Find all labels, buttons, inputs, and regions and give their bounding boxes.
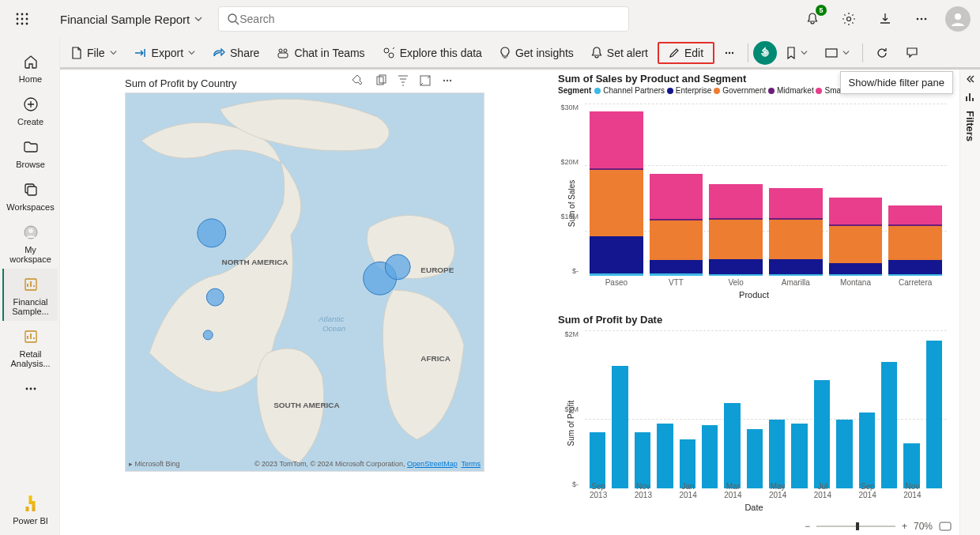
rb-label: Explore this data <box>400 47 482 59</box>
bar[interactable] <box>769 330 785 488</box>
more-button[interactable] <box>909 6 934 32</box>
nav-create[interactable]: Create <box>2 89 58 131</box>
zoom-in[interactable]: + <box>902 521 907 532</box>
legend-item[interactable]: Midmarket <box>768 86 814 95</box>
svg-point-27 <box>284 49 287 52</box>
file-menu[interactable]: File <box>63 43 125 62</box>
settings-button[interactable] <box>836 6 861 32</box>
notifications-button[interactable]: 5 <box>800 6 825 32</box>
bar[interactable] <box>881 330 897 488</box>
fit-page-icon[interactable] <box>939 522 952 531</box>
bar[interactable] <box>859 330 875 488</box>
search-box[interactable] <box>218 6 629 32</box>
pencil-icon <box>669 47 680 58</box>
bookmark-menu[interactable] <box>778 43 816 62</box>
bar[interactable] <box>926 330 942 488</box>
bar[interactable] <box>747 330 763 488</box>
pin-icon[interactable] <box>352 74 365 87</box>
bar[interactable] <box>814 330 830 488</box>
rb-label: Export <box>152 47 183 59</box>
nav-overflow[interactable] <box>2 373 58 405</box>
reset-button[interactable] <box>753 41 777 65</box>
reset-icon <box>759 47 771 59</box>
share-button[interactable]: Share <box>205 43 267 62</box>
svg-text:Ocean: Ocean <box>322 324 346 333</box>
chart1-visual[interactable]: Sum of Sales $30M$20M$10M$- PaseoVTTVelo… <box>558 100 950 298</box>
svg-point-3 <box>17 18 19 21</box>
bar[interactable] <box>650 104 703 276</box>
filter-pane-tooltip: Show/hide filter pane <box>840 71 953 94</box>
bar[interactable] <box>657 330 673 488</box>
nav-powerbi-brand[interactable]: Power BI <box>2 488 58 535</box>
x-axis-labels: Sep 2013Nov 2013Jan 2014Mar 2014May 2014… <box>585 482 947 499</box>
view-menu[interactable] <box>817 45 858 61</box>
filters-pane[interactable]: Filters <box>959 70 980 535</box>
ellipsis-icon <box>914 12 929 26</box>
chart2-visual[interactable]: Sum of Profit $2M$1M$- Sep 2013Nov 2013J… <box>558 327 950 511</box>
svg-point-6 <box>17 23 19 25</box>
legend-item[interactable]: Channel Partners <box>594 86 665 95</box>
bar[interactable] <box>836 330 852 488</box>
svg-rect-18 <box>28 186 36 195</box>
separator <box>862 43 863 62</box>
bar[interactable] <box>702 330 718 488</box>
chevron-left-double-icon[interactable] <box>966 74 975 84</box>
bar[interactable] <box>709 104 763 276</box>
nav-retail-analysis[interactable]: Retail Analysis... <box>2 321 58 373</box>
nav-financial-sample[interactable]: Financial Sample... <box>2 269 58 321</box>
file-icon <box>71 47 82 59</box>
ribbon-more[interactable] <box>716 44 743 62</box>
world-map-svg: NORTH AMERICA SOUTH AMERICA EUROPE AFRIC… <box>126 93 484 471</box>
bar[interactable] <box>590 104 643 276</box>
chart2-title: Sum of Profit by Date <box>558 314 950 326</box>
zoom-out[interactable]: − <box>805 521 810 532</box>
export-menu[interactable]: Export <box>126 43 203 62</box>
svg-point-12 <box>917 18 919 21</box>
nav-label: Retail Analysis... <box>4 349 58 368</box>
edit-button[interactable]: Edit <box>658 42 714 64</box>
rb-label: File <box>87 47 105 59</box>
report-icon <box>23 277 39 292</box>
app-launcher-icon[interactable] <box>9 6 35 32</box>
teams-icon <box>277 47 289 59</box>
ellipsis-icon[interactable] <box>441 74 454 87</box>
chat-teams-button[interactable]: Chat in Teams <box>269 43 372 62</box>
bar[interactable] <box>724 330 740 488</box>
zoom-slider[interactable] <box>816 526 895 527</box>
report-title-dropdown[interactable]: Financial Sample Report <box>38 13 215 26</box>
rb-label: Chat in Teams <box>294 47 364 59</box>
user-avatar[interactable] <box>945 6 971 32</box>
svg-point-30 <box>389 53 394 58</box>
explore-button[interactable]: Explore this data <box>375 43 490 62</box>
x-axis-labels: PaseoVTTVeloAmarillaMontanaCarretera <box>585 278 947 287</box>
nav-workspaces[interactable]: Workspaces <box>2 174 58 217</box>
person-icon <box>949 10 967 28</box>
legend-item[interactable]: Government <box>714 86 766 95</box>
alert-button[interactable]: Set alert <box>583 43 656 62</box>
map-visual[interactable]: NORTH AMERICA SOUTH AMERICA EUROPE AFRIC… <box>125 92 484 472</box>
chart-icon[interactable] <box>965 92 976 103</box>
bar[interactable] <box>888 104 942 276</box>
insights-button[interactable]: Get insights <box>492 43 582 62</box>
bar[interactable] <box>680 330 695 488</box>
legend-item[interactable]: Enterprise <box>667 86 712 95</box>
download-button[interactable] <box>873 6 898 32</box>
bar[interactable] <box>903 330 919 488</box>
nav-my-workspace[interactable]: My workspace <box>2 217 58 269</box>
bar[interactable] <box>612 330 628 488</box>
nav-browse[interactable]: Browse <box>2 131 58 174</box>
focus-icon[interactable] <box>419 74 432 87</box>
bar[interactable] <box>769 104 823 276</box>
refresh-button[interactable] <box>868 43 896 62</box>
nav-home[interactable]: Home <box>2 46 58 89</box>
bar[interactable] <box>791 330 807 488</box>
filter-icon[interactable] <box>397 74 409 87</box>
comment-button[interactable] <box>898 43 926 62</box>
chevron-down-icon <box>801 49 808 56</box>
bar[interactable] <box>829 104 883 276</box>
copy-icon[interactable] <box>375 74 387 87</box>
bar[interactable] <box>590 330 605 488</box>
svg-rect-35 <box>826 49 837 57</box>
search-input[interactable] <box>239 13 620 25</box>
bar[interactable] <box>635 330 650 488</box>
